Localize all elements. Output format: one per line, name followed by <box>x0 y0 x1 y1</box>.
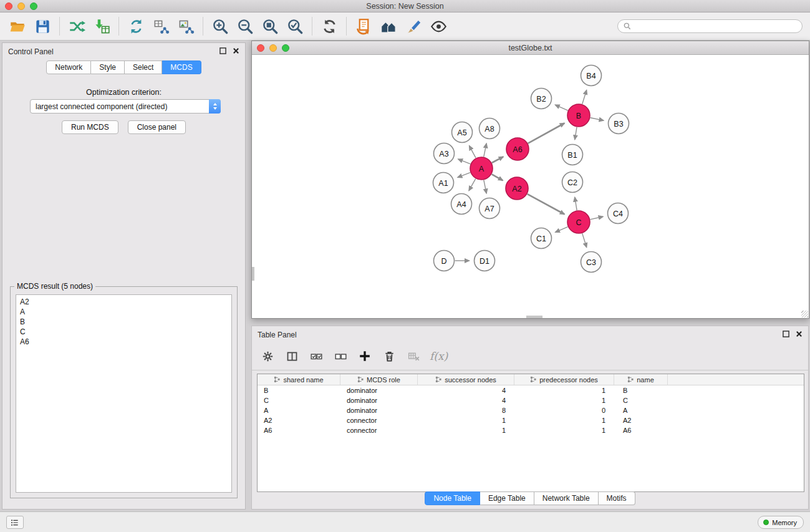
column-header-successor-nodes[interactable]: successor nodes <box>418 374 514 385</box>
sort-column-icon[interactable] <box>627 376 634 383</box>
open-document-button[interactable] <box>351 15 376 37</box>
graph-node-B4[interactable]: B4 <box>581 65 602 86</box>
column-header-name[interactable]: name <box>614 374 668 385</box>
graph-node-C2[interactable]: C2 <box>562 172 583 193</box>
column-header-shared-name[interactable]: shared name <box>258 374 340 385</box>
network-and-table-button[interactable] <box>148 15 173 37</box>
graph-edge-A-A3[interactable] <box>458 159 471 164</box>
delete-entry-button[interactable] <box>380 347 398 365</box>
show-hide-graphics-button[interactable] <box>426 15 451 37</box>
graph-edge-B-B2[interactable] <box>555 105 567 110</box>
zoom-out-button[interactable] <box>233 15 258 37</box>
graph-node-D1[interactable]: D1 <box>475 251 495 271</box>
graph-node-A2[interactable]: A2 <box>506 177 528 200</box>
horizontal-scroll-thumb[interactable] <box>526 316 542 318</box>
graph-edge-A-A5[interactable] <box>470 146 476 158</box>
graph-edge-C-C4[interactable] <box>591 216 604 220</box>
graph-edge-A-A4[interactable] <box>469 179 476 191</box>
graph-node-B1[interactable]: B1 <box>562 145 583 165</box>
style-tool-button[interactable] <box>401 15 426 37</box>
table-row[interactable]: A2connector11A2 <box>258 415 804 425</box>
network-window-titlebar[interactable]: testGlobe.txt <box>252 41 809 55</box>
graph-node-B2[interactable]: B2 <box>531 89 552 109</box>
graph-edge-A-A1[interactable] <box>458 173 470 178</box>
network-from-selection-button[interactable] <box>123 15 148 37</box>
graph-edge-C-C2[interactable] <box>575 197 577 210</box>
graph-node-D[interactable]: D <box>434 251 455 271</box>
graph-node-A5[interactable]: A5 <box>452 122 473 143</box>
optimization-criterion-dropdown[interactable]: largest connected component (directed) <box>30 99 221 114</box>
run-mcds-button[interactable]: Run MCDS <box>62 120 118 134</box>
show-columns-button[interactable] <box>282 347 301 365</box>
close-panel-button[interactable]: Close panel <box>128 120 186 134</box>
graph-node-C4[interactable]: C4 <box>608 203 629 224</box>
graph-edge-A6-B[interactable] <box>528 123 565 143</box>
graph-node-A3[interactable]: A3 <box>434 143 455 164</box>
sort-column-icon[interactable] <box>357 376 364 383</box>
graph-node-A8[interactable]: A8 <box>480 118 500 139</box>
zoom-in-button[interactable] <box>208 15 233 37</box>
graph-edge-A2-C[interactable] <box>528 194 565 214</box>
float-table-panel-icon[interactable] <box>782 330 790 338</box>
graph-node-A4[interactable]: A4 <box>451 194 472 215</box>
node-table[interactable]: shared nameMCDS rolesuccessor nodesprede… <box>257 374 804 492</box>
search-field[interactable] <box>617 19 803 33</box>
sort-column-icon[interactable] <box>435 376 442 383</box>
graph-edge-A-A2[interactable] <box>492 174 503 180</box>
table-settings-button[interactable] <box>258 347 277 365</box>
import-table-button[interactable] <box>89 15 114 37</box>
mcds-result-item[interactable]: C <box>16 327 231 337</box>
table-tab-edge-table[interactable]: Edge Table <box>480 491 534 505</box>
open-file-button[interactable] <box>5 15 30 37</box>
table-tab-motifs[interactable]: Motifs <box>599 491 635 505</box>
home-view-button[interactable] <box>376 15 401 37</box>
graph-node-B3[interactable]: B3 <box>609 114 629 134</box>
table-tab-network-table[interactable]: Network Table <box>534 491 599 505</box>
memory-button[interactable]: Memory <box>758 516 804 529</box>
save-session-button[interactable] <box>30 15 55 37</box>
mcds-result-list[interactable]: A2ABCA6 <box>16 294 232 493</box>
graph-edge-A-A8[interactable] <box>484 143 486 157</box>
graph-node-B[interactable]: B <box>567 104 590 127</box>
network-and-image-button[interactable] <box>173 15 198 37</box>
refresh-network-button[interactable] <box>317 15 342 37</box>
vertical-scroll-thumb[interactable] <box>252 267 254 281</box>
graph-node-A6[interactable]: A6 <box>506 138 529 160</box>
function-builder-button[interactable]: f(x) <box>428 347 449 365</box>
table-row[interactable]: Adominator80A <box>258 405 804 415</box>
column-header-predecessor-nodes[interactable]: predecessor nodes <box>514 374 614 385</box>
tab-style[interactable]: Style <box>91 60 125 74</box>
tab-mcds[interactable]: MCDS <box>162 60 201 74</box>
table-row[interactable]: Cdominator41C <box>258 395 804 405</box>
mcds-result-item[interactable]: A6 <box>16 337 231 347</box>
float-panel-icon[interactable] <box>219 47 227 55</box>
graph-edge-A-A6[interactable] <box>492 157 503 163</box>
table-row[interactable]: A6connector11A6 <box>258 425 804 435</box>
task-history-button[interactable] <box>6 516 24 529</box>
unselect-all-rows-button[interactable] <box>331 347 350 365</box>
close-panel-icon[interactable] <box>232 47 240 55</box>
mcds-result-item[interactable]: A2 <box>16 297 231 307</box>
graph-edge-B-B4[interactable] <box>582 90 587 104</box>
sort-column-icon[interactable] <box>274 376 281 383</box>
import-network-button[interactable] <box>64 15 89 37</box>
table-tab-node-table[interactable]: Node Table <box>425 491 480 505</box>
graph-node-A1[interactable]: A1 <box>433 173 454 193</box>
resize-grip[interactable] <box>801 311 808 317</box>
graph-edge-A-A7[interactable] <box>484 180 486 193</box>
tab-select[interactable]: Select <box>125 60 162 74</box>
zoom-fit-button[interactable] <box>258 15 282 37</box>
graph-node-C1[interactable]: C1 <box>531 228 552 249</box>
tab-network[interactable]: Network <box>46 60 91 74</box>
graph-edge-B-B3[interactable] <box>591 118 604 120</box>
graph-edge-C-C1[interactable] <box>556 227 568 233</box>
network-canvas[interactable]: B4B2BB3A5A8A6B1A3AC2A1A2A4A7C4CC1C3DD1 <box>252 55 809 318</box>
search-input[interactable] <box>635 22 797 31</box>
graph-node-C3[interactable]: C3 <box>581 252 602 273</box>
column-header-MCDS-role[interactable]: MCDS role <box>340 374 418 385</box>
select-all-rows-button[interactable] <box>307 347 325 365</box>
delete-table-button[interactable] <box>404 347 423 365</box>
graph-edge-B-B1[interactable] <box>575 127 577 140</box>
add-entry-button[interactable] <box>355 347 374 365</box>
graph-node-C[interactable]: C <box>567 211 590 233</box>
